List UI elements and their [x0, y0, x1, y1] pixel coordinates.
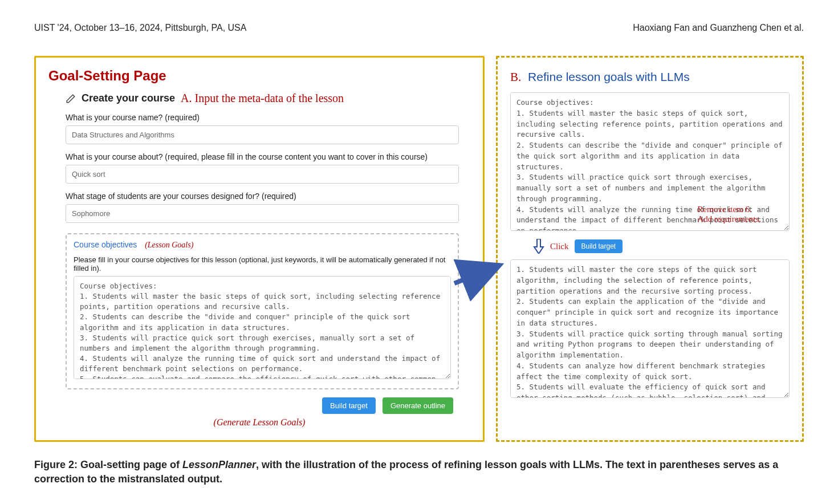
panel-a-title: Goal-Setting Page: [48, 68, 470, 84]
course-name-label: What is your course name? (required): [66, 113, 470, 122]
student-stage-input[interactable]: [66, 204, 459, 223]
svg-line-0: [454, 265, 500, 283]
pencil-icon: [66, 94, 76, 104]
arrow-icon: [454, 263, 506, 286]
running-header: UIST '24, October 13–16, 2024, Pittsburg…: [34, 23, 804, 33]
course-name-input[interactable]: [66, 125, 459, 144]
create-course-label: Create your course: [82, 92, 175, 104]
click-label: Click: [550, 242, 569, 251]
figure-page: UIST '24, October 13–16, 2024, Pittsburg…: [0, 0, 838, 504]
figure-caption: Figure 2: Goal-setting page of LessonPla…: [34, 458, 804, 486]
panel-b: B. Refine lesson goals with LLMs Remove …: [496, 56, 804, 442]
panel-b-upper: Remove item 6. Add requirements.: [510, 92, 790, 233]
panel-a: Goal-Setting Page Create your course A. …: [34, 56, 485, 442]
objectives-instruction: Please fill in your course objectives fo…: [74, 255, 451, 273]
course-about-input[interactable]: [66, 165, 459, 184]
figure-wrap: Goal-Setting Page Create your course A. …: [34, 56, 804, 442]
header-right: Haoxiang Fan and Guanzheng Chen et al.: [633, 23, 804, 33]
build-target-button[interactable]: Build target: [322, 397, 376, 414]
objectives-box: Course objectives (Lesson Goals) Please …: [66, 233, 459, 389]
generate-goals-annotation: (Generate Lesson Goals): [48, 417, 470, 428]
refine-build-target-button[interactable]: Build target: [575, 239, 623, 253]
panel-b-title: B. Refine lesson goals with LLMs: [510, 70, 790, 84]
add-annotation: Add requirements.: [697, 214, 761, 224]
objectives-header-row: Course objectives (Lesson Goals): [74, 240, 451, 250]
down-arrow-icon: [533, 239, 544, 254]
objectives-textarea[interactable]: [74, 276, 451, 379]
header-left: UIST '24, October 13–16, 2024, Pittsburg…: [34, 23, 246, 33]
student-stage-label: What stage of students are your courses …: [66, 192, 470, 201]
course-about-label: What is your course about? (required, pl…: [66, 152, 470, 161]
generate-outline-button[interactable]: Generate outline: [383, 397, 453, 414]
remove-annotation: Remove item 6.: [697, 205, 761, 214]
course-objectives-link[interactable]: Course objectives: [74, 240, 137, 249]
button-row: Build target Generate outline: [48, 397, 453, 414]
create-course-row: Create your course A. Input the meta-dat…: [66, 92, 470, 105]
annotation-a: A. Input the meta-data of the lesson: [181, 92, 344, 105]
click-row: Click Build target: [533, 239, 790, 254]
edit-annotations: Remove item 6. Add requirements.: [697, 205, 761, 224]
lesson-goals-annotation: (Lesson Goals): [145, 241, 193, 249]
refine-output-textarea[interactable]: [510, 259, 790, 398]
caption-appname: LessonPlanner: [182, 459, 256, 470]
panel-b-letter: B.: [510, 70, 521, 84]
caption-prefix: Figure 2: Goal-setting page of: [34, 459, 182, 470]
panel-b-title-text: Refine lesson goals with LLMs: [528, 70, 690, 83]
